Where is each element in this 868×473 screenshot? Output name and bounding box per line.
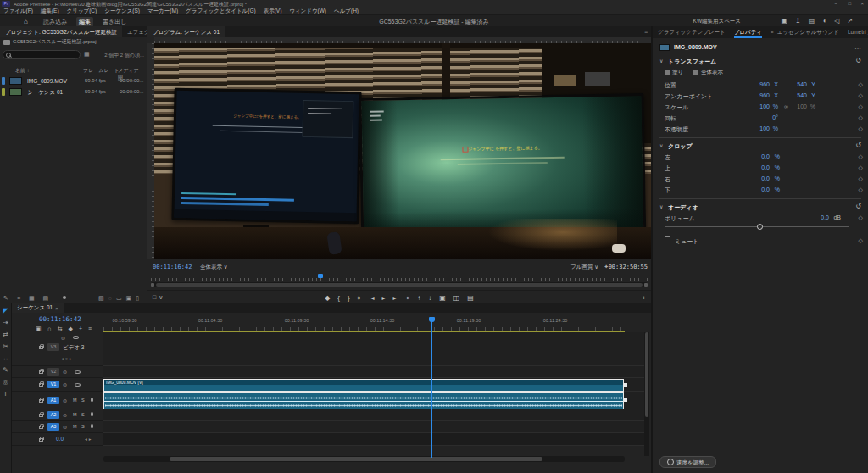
close-icon[interactable]: × (55, 306, 58, 311)
timeline-wrench-icon[interactable]: + (79, 326, 82, 332)
comparison-view-icon[interactable]: ◫ (453, 294, 460, 302)
crop-top-value[interactable]: 0.0 (761, 164, 770, 170)
lift-icon[interactable]: ↑ (417, 294, 420, 302)
menu-item[interactable]: グラフィックとタイトル(G) (186, 8, 256, 15)
panel-stack-icon[interactable]: ▤ (809, 17, 815, 25)
scrollbar-left-handle[interactable] (151, 283, 154, 287)
icon-view-icon[interactable]: ▦ (29, 295, 35, 302)
volume-slider[interactable] (665, 224, 849, 231)
program-video-frame[interactable]: ジャンプ中に□を押すと、壁に掴まる。 ジャンプ中に を押すと、壁に掴まる。 (154, 43, 651, 259)
menu-item[interactable]: ヘルプ(H) (334, 8, 359, 15)
timeline-horizontal-scrollbar[interactable] (103, 456, 625, 462)
search-input[interactable] (12, 51, 81, 60)
panel-menu-icon[interactable]: ≡ (641, 26, 651, 37)
crop-section-header[interactable]: ∨ クロップ ↺ (659, 142, 861, 151)
razor-tool[interactable]: ✂ (3, 342, 8, 354)
lock-icon[interactable] (39, 399, 43, 403)
transform-section-header[interactable]: ∨ トランスフォーム ↺ (659, 57, 861, 66)
keyframe-toggle-icon[interactable]: ◇ (859, 175, 863, 182)
track-target-a2[interactable]: A2 (47, 411, 59, 419)
scrollbar-thumb[interactable] (156, 283, 643, 287)
program-mini-timeline[interactable] (151, 274, 648, 281)
timeline-ruler[interactable]: 00:10:59:30 00:11:04:30 00:11:09:30 00:1… (103, 317, 625, 331)
keyframe-toggle-icon[interactable]: ◇ (859, 81, 863, 88)
timeline-playhead[interactable] (429, 317, 435, 322)
quick-export-icon[interactable]: ↥ (795, 17, 801, 25)
track-target-a3[interactable]: A3 (47, 423, 59, 431)
volume-slider-handle[interactable] (757, 224, 763, 230)
track-output-icon[interactable] (73, 336, 79, 339)
position-x-value[interactable]: 960 (760, 81, 770, 87)
sync-lock-icon[interactable]: ⊜ (61, 335, 65, 341)
crop-left-value[interactable]: 0.0 (761, 153, 770, 159)
scale-x-value[interactable]: 100 (760, 103, 770, 109)
workspace-label[interactable]: KW編集用スペース (693, 18, 741, 25)
proxy-toggle-icon[interactable]: ▤ (467, 294, 474, 302)
chevron-down-icon[interactable]: ∨ (659, 58, 663, 64)
fill-button[interactable]: 塗り (665, 69, 683, 75)
keyframe-toggle-icon[interactable]: ◇ (859, 153, 863, 160)
slip-tool[interactable]: ↔ (3, 354, 9, 366)
bin-breadcrumb[interactable]: GC553G2パススルー遅延検証.prproj (0, 37, 147, 47)
menu-item[interactable]: 編集(E) (41, 8, 59, 15)
track-output-icon[interactable] (75, 370, 81, 374)
tab-graphic-templates[interactable]: グラフィックテンプレート (658, 26, 726, 38)
linked-selection-icon[interactable]: ⇆ (58, 326, 63, 332)
keyframe-toggle-icon[interactable]: ◇ (859, 164, 863, 171)
add-marker-icon[interactable]: ◆ (69, 326, 73, 332)
menu-item[interactable]: ウィンドウ(W) (289, 8, 326, 15)
crop-bottom-value[interactable]: 0.0 (761, 186, 770, 192)
zoom-level-select[interactable]: 全体表示 ∨ (200, 264, 228, 271)
track-v2-lane[interactable] (103, 366, 646, 378)
clip-trim-handle[interactable] (624, 398, 627, 402)
add-marker-icon[interactable]: ◆ (325, 294, 330, 302)
sync-lock-icon[interactable]: ⊜ (63, 369, 67, 375)
scrollbar-right-handle[interactable] (644, 283, 648, 287)
freeform-view-icon[interactable]: ▤ (43, 295, 49, 302)
tab-project[interactable]: プロジェクト: GC553G2パススルー遅延検証 (0, 26, 122, 37)
column-name[interactable]: 名前 ↑ (15, 67, 30, 75)
program-scrollbar[interactable] (151, 282, 648, 287)
project-row-sequence[interactable]: シーケンス 01 59.94 fps 00:00:00... (0, 86, 147, 97)
track-target-a1[interactable]: A1 (47, 397, 59, 404)
audio-clip-img-0809[interactable] (103, 392, 624, 409)
solo-track-button[interactable]: S (81, 424, 85, 429)
keyframe-toggle-icon[interactable]: ◇ (859, 125, 863, 132)
track-target-v2[interactable]: V2 (47, 368, 59, 376)
anchor-y-value[interactable]: 540 (797, 92, 807, 98)
selection-tool[interactable]: ◤ (3, 307, 8, 319)
menu-item[interactable]: 表示(V) (264, 8, 282, 15)
label-chip[interactable] (2, 88, 5, 96)
mute-track-button[interactable]: M (73, 424, 77, 429)
go-to-in-icon[interactable]: ⇤ (358, 294, 364, 302)
scrollbar-thumb[interactable] (645, 332, 648, 417)
mute-track-button[interactable]: M (73, 412, 77, 417)
minimize-button[interactable]: − (834, 1, 837, 6)
keyframe-toggle-icon[interactable]: ◇ (859, 214, 863, 221)
clear-icon[interactable]: ▯ (136, 295, 139, 302)
snap-icon[interactable]: ∩ (47, 326, 52, 332)
lock-icon[interactable] (39, 438, 43, 442)
search-box[interactable] (3, 50, 81, 59)
chevron-down-icon[interactable]: ∨ (659, 203, 663, 209)
export-frame-icon[interactable]: ▣ (439, 294, 446, 302)
crop-right-value[interactable]: 0.0 (761, 175, 770, 181)
keyframe-toggle-icon[interactable]: ◇ (859, 103, 863, 110)
list-view-icon[interactable]: ≡ (17, 295, 20, 302)
sync-lock-icon[interactable]: ⊜ (63, 381, 67, 387)
tab-lumetri[interactable]: Lumetri カラー (848, 26, 868, 38)
video-clip-img-0809[interactable]: IMG_0809.MOV [V] (103, 379, 624, 392)
sync-lock-icon[interactable]: ⊜ (63, 398, 67, 403)
voiceover-record-icon[interactable] (91, 412, 93, 416)
audio-section-header[interactable]: ∨ オーディオ ↺ (659, 203, 861, 212)
master-pan-value[interactable]: 0.0 (56, 436, 64, 442)
step-forward-icon[interactable]: ▸ (392, 294, 396, 302)
track-select-forward-tool[interactable]: ⇥ (3, 319, 8, 331)
pan-nudge[interactable]: ◂▸ (85, 437, 93, 442)
menu-item[interactable]: シーケンス(S) (104, 8, 140, 15)
track-output-icon[interactable] (75, 383, 81, 387)
lock-icon[interactable] (39, 426, 43, 429)
rotation-value[interactable]: 0° (772, 114, 778, 120)
track-v3-lane[interactable] (103, 332, 646, 366)
new-bin-icon[interactable]: ▭ (116, 295, 122, 302)
